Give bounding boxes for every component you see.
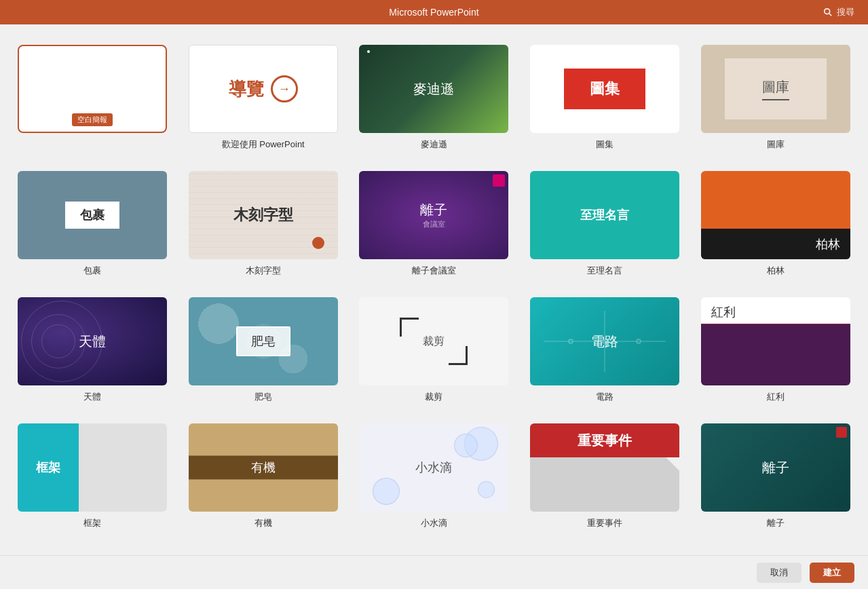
template-label-organic: 有機 <box>254 517 272 529</box>
ion-main-text: 離子 <box>420 201 447 219</box>
template-thumb-crop: 裁剪 <box>359 297 508 385</box>
template-item-bonus[interactable]: 紅利 紅利 <box>697 297 854 403</box>
ion2-text: 離子 <box>762 459 789 477</box>
organic-text: 有機 <box>251 459 276 476</box>
template-thumb-ion: 離子 會議室 <box>359 171 508 259</box>
template-item-ion[interactable]: 離子 會議室 離子會議室 <box>356 171 513 277</box>
template-label-madison: 麥迪遜 <box>421 138 447 151</box>
template-label-bonus: 紅利 <box>767 391 785 403</box>
template-thumb-organic: 有機 <box>189 423 338 512</box>
template-label-circuit: 電路 <box>596 391 614 403</box>
template-thumb-soap: 肥皂 <box>189 297 338 385</box>
crop-bracket: 裁剪 <box>400 318 468 365</box>
bubble4 <box>373 478 400 505</box>
ion-text-group: 離子 會議室 <box>420 201 447 229</box>
template-thumb-berlin: 柏林 <box>701 171 850 259</box>
parcel-box: 包裹 <box>65 202 119 229</box>
create-button[interactable]: 建立 <box>810 563 854 583</box>
atlas-box: 圖集 <box>564 69 645 109</box>
berlin-black-bar: 柏林 <box>701 229 850 259</box>
template-label-quote: 至理名言 <box>587 265 622 277</box>
search-icon <box>823 7 833 17</box>
template-label-soap: 肥皂 <box>254 391 272 403</box>
ion-corner <box>493 174 505 187</box>
search-label[interactable]: 搜尋 <box>837 6 854 18</box>
template-label-celestial: 天體 <box>83 391 101 403</box>
search-area[interactable]: 搜尋 <box>823 6 854 18</box>
ion2-corner <box>836 427 847 438</box>
template-item-droplet[interactable]: 小水滴 小水滴 <box>356 423 513 529</box>
template-thumb-droplet: 小水滴 <box>359 423 508 512</box>
template-thumb-celestial: 天體 <box>18 297 167 385</box>
daolan-main-text: 導覽 <box>229 77 264 101</box>
template-item-atlas[interactable]: 圖集 圖集 <box>526 45 683 151</box>
template-item-berlin[interactable]: 柏林 柏林 <box>697 171 854 277</box>
template-item-soap[interactable]: 肥皂 肥皂 <box>185 297 342 403</box>
template-item-quote[interactable]: 至理名言 至理名言 <box>526 171 683 277</box>
template-thumb-quote: 至理名言 <box>530 171 679 259</box>
circuit-text: 電路 <box>591 332 618 351</box>
woodtype-circle <box>312 237 324 249</box>
template-thumb-parcel: 包裹 <box>18 171 167 259</box>
main-content: 空白簡報 導覽 → 歡迎使用 PowerPoint 麥迪遜 麥迪遜 圖集 <box>0 24 868 555</box>
app-title: Microsoft PowerPoint <box>389 7 478 18</box>
template-label-woodtype: 木刻字型 <box>246 265 281 277</box>
template-label-droplet: 小水滴 <box>421 517 447 529</box>
template-label-daolan: 歡迎使用 PowerPoint <box>222 138 305 151</box>
template-thumb-blank: 空白簡報 <box>18 45 167 133</box>
template-item-crop[interactable]: 裁剪 裁剪 <box>356 297 513 403</box>
template-item-circuit[interactable]: 電路 電路 <box>526 297 683 403</box>
madison-text: 麥迪遜 <box>413 80 454 98</box>
template-label-berlin: 柏林 <box>767 265 785 277</box>
template-item-madison[interactable]: 麥迪遜 麥迪遜 <box>356 45 513 151</box>
template-item-daolan[interactable]: 導覽 → 歡迎使用 PowerPoint <box>185 45 342 151</box>
soap-box: 肥皂 <box>236 326 290 356</box>
template-item-event[interactable]: 重要事件 重要事件 <box>526 423 683 529</box>
bottom-bar: 取消 建立 <box>0 555 868 589</box>
frame-left: 框架 <box>18 423 79 512</box>
template-item-blank[interactable]: 空白簡報 <box>14 45 171 151</box>
quote-text: 至理名言 <box>580 207 629 223</box>
woodtype-text: 木刻字型 <box>233 205 293 225</box>
berlin-text: 柏林 <box>816 236 840 252</box>
droplet-text: 小水滴 <box>415 459 452 476</box>
template-item-woodtype[interactable]: 木刻字型 木刻字型 <box>185 171 342 277</box>
template-thumb-ion2: 離子 <box>701 423 850 512</box>
template-thumb-gallery: 圖庫 <box>701 45 850 133</box>
titlebar: Microsoft PowerPoint 搜尋 <box>0 0 868 24</box>
daolan-arrow: → <box>271 75 298 102</box>
template-label-frame: 框架 <box>83 517 101 529</box>
template-thumb-frame: 框架 <box>18 423 167 512</box>
bonus-bottom <box>701 324 850 385</box>
bonus-top: 紅利 <box>701 297 850 324</box>
template-label-event: 重要事件 <box>587 517 622 529</box>
template-item-celestial[interactable]: 天體 天體 <box>14 297 171 403</box>
template-label-crop: 裁剪 <box>425 391 442 403</box>
gallery-inner: 圖庫 <box>725 58 827 119</box>
ion-sub-text: 會議室 <box>420 219 447 229</box>
template-thumb-event: 重要事件 <box>530 423 679 512</box>
celestial-text: 天體 <box>79 332 106 351</box>
template-thumb-madison: 麥迪遜 <box>359 45 508 133</box>
cancel-button[interactable]: 取消 <box>757 563 801 583</box>
template-item-ion2[interactable]: 離子 離子 <box>697 423 854 529</box>
template-thumb-daolan: 導覽 → <box>189 45 338 133</box>
event-fold <box>666 457 679 471</box>
event-text: 重要事件 <box>578 432 632 450</box>
template-thumb-woodtype: 木刻字型 <box>189 171 338 259</box>
template-label-ion2: 離子 <box>767 517 785 529</box>
frame-right <box>79 423 167 512</box>
event-red-bar: 重要事件 <box>530 423 679 457</box>
event-bottom <box>530 457 679 512</box>
svg-point-0 <box>825 9 830 14</box>
blank-label: 空白簡報 <box>72 113 113 126</box>
template-label-gallery: 圖庫 <box>767 138 785 151</box>
template-label-parcel: 包裹 <box>83 265 101 277</box>
gallery-text: 圖庫 <box>762 78 789 100</box>
template-item-organic[interactable]: 有機 有機 <box>185 423 342 529</box>
template-item-gallery[interactable]: 圖庫 圖庫 <box>697 45 854 151</box>
template-thumb-bonus: 紅利 <box>701 297 850 385</box>
template-item-frame[interactable]: 框架 框架 <box>14 423 171 529</box>
template-thumb-circuit: 電路 <box>530 297 679 385</box>
template-item-parcel[interactable]: 包裹 包裹 <box>14 171 171 277</box>
